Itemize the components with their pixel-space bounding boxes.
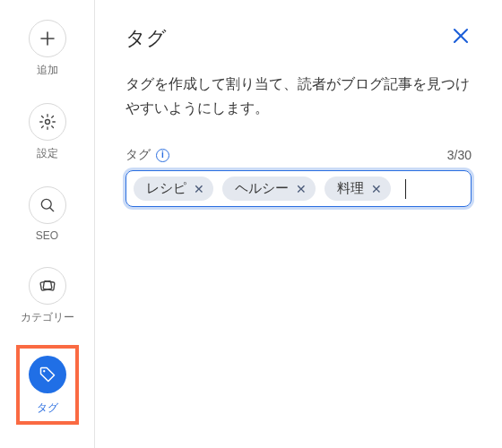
svg-point-0	[45, 120, 49, 125]
tag-chip-label: レシピ	[146, 180, 186, 197]
text-cursor	[405, 179, 406, 199]
sidebar-item-tag[interactable]: タグ	[29, 356, 66, 416]
remove-tag-icon[interactable]: ✕	[194, 183, 204, 195]
search-icon	[29, 186, 66, 224]
sidebar-item-add[interactable]: 追加	[29, 20, 66, 78]
tag-field-label: タグ	[126, 147, 151, 163]
tag-icon	[29, 356, 66, 393]
panel-header: タグ	[126, 25, 472, 52]
gear-icon	[29, 103, 66, 141]
tag-panel: タグ タグを作成して割り当て、読者がブログ記事を見つけやすいようにします。 タグ…	[95, 0, 502, 448]
tag-chip: ヘルシー ✕	[222, 177, 316, 201]
panel-description: タグを作成して割り当て、読者がブログ記事を見つけやすいようにします。	[126, 72, 472, 120]
tag-chip: レシピ ✕	[134, 177, 213, 201]
sidebar: 追加 設定 SEO カテゴリー タグ	[0, 0, 95, 448]
close-icon[interactable]	[450, 25, 472, 47]
sidebar-item-seo[interactable]: SEO	[29, 186, 66, 242]
tag-chip-label: 料理	[337, 180, 364, 197]
sidebar-item-label: カテゴリー	[21, 310, 74, 325]
sidebar-item-settings[interactable]: 設定	[29, 103, 66, 161]
plus-icon	[29, 20, 66, 57]
svg-point-4	[43, 370, 45, 372]
sidebar-item-label: SEO	[36, 229, 58, 242]
tag-input[interactable]: レシピ ✕ ヘルシー ✕ 料理 ✕	[126, 170, 472, 207]
sidebar-item-category[interactable]: カテゴリー	[21, 267, 74, 325]
tag-chip-label: ヘルシー	[235, 180, 289, 197]
info-icon[interactable]: i	[156, 149, 169, 162]
cards-icon	[29, 267, 66, 305]
tag-field-header: タグ i 3/30	[126, 147, 472, 163]
sidebar-item-label: 追加	[37, 63, 58, 78]
panel-title: タグ	[126, 25, 167, 52]
sidebar-item-label: 設定	[37, 146, 58, 161]
tag-chip: 料理 ✕	[325, 177, 391, 201]
sidebar-item-label: タグ	[37, 401, 58, 416]
remove-tag-icon[interactable]: ✕	[296, 183, 307, 195]
sidebar-item-tag-highlight: タグ	[16, 345, 79, 425]
tag-counter: 3/30	[447, 148, 472, 162]
remove-tag-icon[interactable]: ✕	[371, 183, 382, 195]
